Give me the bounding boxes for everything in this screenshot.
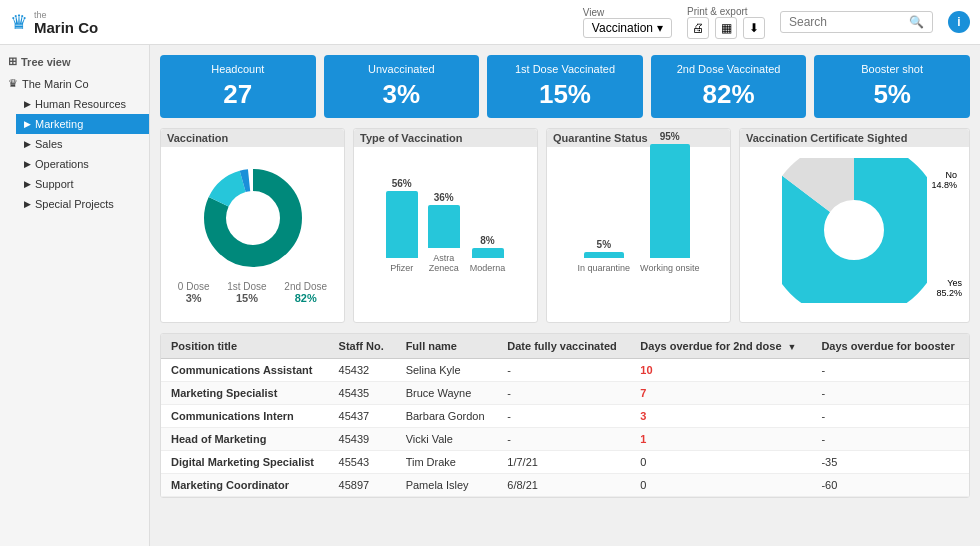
content-area: Headcount 27Unvaccinated 3%1st Dose Vacc… — [150, 45, 980, 546]
download-icon[interactable]: ⬇ — [743, 17, 765, 39]
cell-staff-no: 45437 — [329, 405, 396, 428]
vaccination-chart-title: Vaccination — [161, 129, 344, 147]
pfizer-bar-group: 56% Pfizer — [386, 178, 418, 273]
search-box[interactable]: 🔍 — [780, 11, 933, 33]
donut-label-2nddose: 2nd Dose 82% — [284, 281, 327, 304]
crown-icon: ♛ — [10, 10, 28, 34]
cell-name: Bruce Wayne — [396, 382, 498, 405]
cell-overdue-2nd: 7 — [630, 382, 811, 405]
kpi-card-4: Booster shot 5% — [814, 55, 970, 118]
cell-name: Barbara Gordon — [396, 405, 498, 428]
arrow-icon: ▶ — [24, 179, 31, 189]
cell-staff-no: 45543 — [329, 451, 396, 474]
kpi-row: Headcount 27Unvaccinated 3%1st Dose Vacc… — [160, 55, 970, 118]
search-icon: 🔍 — [909, 15, 924, 29]
kpi-value: 27 — [170, 79, 306, 110]
kpi-value: 3% — [334, 79, 470, 110]
in-quarantine-bar-group: 5% In quarantine — [578, 239, 631, 273]
header: ♛ the Marin Co View Vaccination ▾ Print … — [0, 0, 980, 45]
donut-container: 0 Dose 3% 1st Dose 15% 2nd Dose 82% — [169, 153, 336, 314]
vaccination-chart: Vaccination 0 Dose 3% — [160, 128, 345, 323]
main-layout: ⊞ Tree view ♛ The Marin Co ▶ Human Resou… — [0, 45, 980, 546]
logo-name: Marin Co — [34, 20, 98, 35]
quarantine-chart: Quarantine Status 5% In quarantine 95% W… — [546, 128, 731, 323]
print-icons: 🖨 ▦ ⬇ — [687, 17, 765, 39]
cell-date: - — [497, 382, 630, 405]
donut-label-0dose: 0 Dose 3% — [178, 281, 210, 304]
sidebar-item-support[interactable]: ▶ Support — [16, 174, 149, 194]
sidebar-item-operations[interactable]: ▶ Operations — [16, 154, 149, 174]
cell-overdue-booster: - — [811, 405, 969, 428]
table-row: Digital Marketing Specialist 45543 Tim D… — [161, 451, 969, 474]
view-dropdown[interactable]: Vaccination ▾ — [583, 18, 672, 38]
crown-small-icon: ♛ — [8, 77, 18, 90]
pie-container: No 14.8% Yes 85.2% — [748, 153, 961, 311]
onsite-bar — [650, 144, 690, 258]
col-position: Position title — [161, 334, 329, 359]
kpi-value: 82% — [661, 79, 797, 110]
yes-label: Yes 85.2% — [936, 278, 962, 298]
kpi-card-0: Headcount 27 — [160, 55, 316, 118]
cell-position: Communications Intern — [161, 405, 329, 428]
table-container: Position title Staff No. Full name Date … — [160, 333, 970, 498]
col-date: Date fully vaccinated — [497, 334, 630, 359]
cell-overdue-2nd: 10 — [630, 359, 811, 382]
cert-pie-svg — [782, 158, 927, 303]
quarantine-bar — [584, 252, 624, 258]
sidebar-item-human-resources[interactable]: ▶ Human Resources — [16, 94, 149, 114]
sort-icon: ▼ — [788, 342, 797, 352]
arrow-icon: ▶ — [24, 99, 31, 109]
cell-overdue-booster: - — [811, 359, 969, 382]
kpi-label: 2nd Dose Vaccinated — [661, 63, 797, 75]
sidebar-item-marin-co[interactable]: ♛ The Marin Co — [0, 73, 149, 94]
sidebar-item-special-projects[interactable]: ▶ Special Projects — [16, 194, 149, 214]
type-of-vaccination-chart: Type of Vaccination 56% Pfizer 36% Astra… — [353, 128, 538, 323]
bar-chart-area: 56% Pfizer 36% AstraZeneca 8% Moderna — [362, 153, 529, 273]
cell-date: - — [497, 428, 630, 451]
donut-svg — [198, 163, 308, 273]
logo-the: the — [34, 10, 98, 20]
donut-label-1stdose: 1st Dose 15% — [227, 281, 266, 304]
sidebar-item-marketing[interactable]: ▶ Marketing — [16, 114, 149, 134]
moderna-bar — [472, 248, 504, 258]
view-value: Vaccination — [592, 21, 653, 35]
cell-overdue-2nd: 0 — [630, 474, 811, 497]
print-label: Print & export — [687, 6, 748, 17]
cell-overdue-2nd: 0 — [630, 451, 811, 474]
info-button[interactable]: i — [948, 11, 970, 33]
kpi-label: Booster shot — [824, 63, 960, 75]
svg-point-3 — [227, 192, 279, 244]
cell-position: Head of Marketing — [161, 428, 329, 451]
cell-name: Pamela Isley — [396, 474, 498, 497]
kpi-label: 1st Dose Vaccinated — [497, 63, 633, 75]
table-row: Communications Assistant 45432 Selina Ky… — [161, 359, 969, 382]
cell-overdue-booster: -60 — [811, 474, 969, 497]
cell-date: - — [497, 359, 630, 382]
cell-staff-no: 45897 — [329, 474, 396, 497]
col-overdue-2nd[interactable]: Days overdue for 2nd dose ▼ — [630, 334, 811, 359]
search-input[interactable] — [789, 15, 909, 29]
table-icon[interactable]: ▦ — [715, 17, 737, 39]
col-staff-no: Staff No. — [329, 334, 396, 359]
cell-staff-no: 45432 — [329, 359, 396, 382]
cell-overdue-booster: - — [811, 382, 969, 405]
cell-position: Communications Assistant — [161, 359, 329, 382]
pfizer-bar — [386, 191, 418, 258]
arrow-icon: ▶ — [24, 199, 31, 209]
table-row: Marketing Specialist 45435 Bruce Wayne -… — [161, 382, 969, 405]
kpi-label: Unvaccinated — [334, 63, 470, 75]
cell-date: 6/8/21 — [497, 474, 630, 497]
view-section: View Vaccination ▾ — [583, 7, 672, 38]
cell-position: Marketing Coordinator — [161, 474, 329, 497]
chevron-down-icon: ▾ — [657, 21, 663, 35]
cell-overdue-2nd: 1 — [630, 428, 811, 451]
cell-date: 1/7/21 — [497, 451, 630, 474]
cell-staff-no: 45439 — [329, 428, 396, 451]
print-icon[interactable]: 🖨 — [687, 17, 709, 39]
charts-row: Vaccination 0 Dose 3% — [160, 128, 970, 323]
col-name: Full name — [396, 334, 498, 359]
astra-bar — [428, 205, 460, 248]
cell-overdue-booster: - — [811, 428, 969, 451]
sidebar-item-sales[interactable]: ▶ Sales — [16, 134, 149, 154]
arrow-icon: ▶ — [24, 159, 31, 169]
